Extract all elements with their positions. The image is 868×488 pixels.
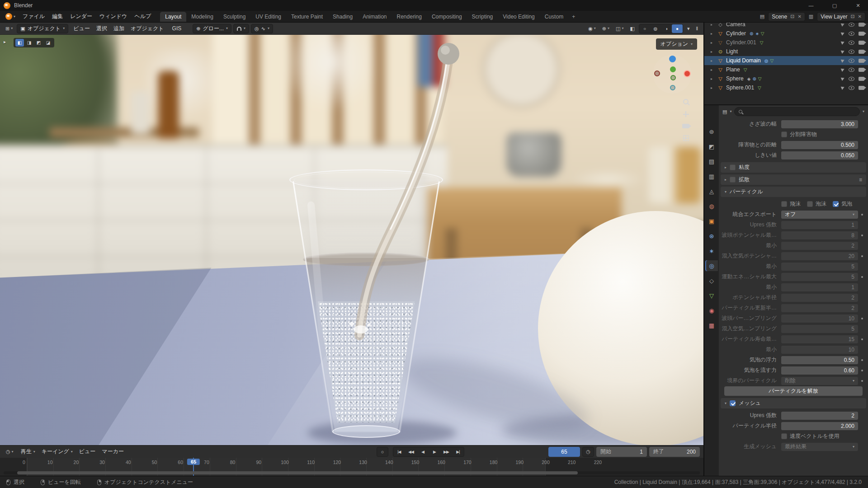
disclosure-triangle-icon[interactable]: ▸: [711, 59, 715, 63]
outliner-row[interactable]: ▸▽Liquid Domain◍▽: [704, 56, 868, 65]
shading-dropdown[interactable]: ▾: [685, 25, 692, 33]
workspace-tab[interactable]: Sculpting: [218, 12, 250, 22]
disclosure-triangle-icon[interactable]: ▸: [711, 50, 715, 54]
gis-menu[interactable]: GIS: [169, 24, 185, 33]
animate-property-dot[interactable]: [861, 380, 863, 382]
snap-controls[interactable]: ▾: [233, 24, 249, 33]
shading-material-preview[interactable]: ◑: [661, 24, 672, 33]
selectable-icon[interactable]: [841, 40, 845, 45]
view-layer-selector[interactable]: View Layer ⊡ ✕: [817, 12, 865, 21]
timeline-menu[interactable]: キーイング▾: [38, 446, 76, 457]
timeline-editor-type-button[interactable]: ◷ ▾: [4, 448, 16, 455]
mode-dropdown[interactable]: ▣ オブジェクト ▾: [17, 24, 68, 33]
selectable-icon[interactable]: [841, 85, 845, 90]
properties-tab-physics[interactable]: ◎: [705, 260, 718, 271]
workspace-tab[interactable]: Modeling: [186, 12, 218, 22]
viewport-menu[interactable]: ビュー: [70, 23, 93, 34]
workspace-tab[interactable]: Scripting: [467, 12, 498, 22]
animate-property-dot[interactable]: [861, 214, 863, 216]
dropdown-field[interactable]: オフ▾: [781, 211, 858, 219]
viewport-tool-icon[interactable]: ◪: [44, 39, 52, 47]
scrollbar-thumb[interactable]: [17, 471, 578, 474]
toolbar-expand-arrow[interactable]: ▸: [4, 39, 6, 44]
proportional-editing-controls[interactable]: ◎ ∿ ▾: [251, 24, 273, 33]
disable-in-renders-icon[interactable]: [859, 77, 864, 81]
workspace-tab[interactable]: Video Editing: [498, 12, 540, 22]
workspace-tab[interactable]: Shading: [328, 12, 358, 22]
properties-tab-object[interactable]: ▣: [705, 216, 718, 226]
workspace-tab[interactable]: UV Editing: [250, 12, 286, 22]
hide-in-viewport-icon[interactable]: [849, 50, 854, 54]
play-button[interactable]: ▶: [429, 447, 440, 456]
panel-checkbox[interactable]: [730, 400, 736, 406]
disable-in-renders-icon[interactable]: [859, 50, 864, 54]
disclosure-triangle-icon[interactable]: ▸: [711, 32, 715, 36]
checkbox[interactable]: [833, 201, 839, 207]
outliner[interactable]: ▸◇Camera▸▽Cylinder⊛∗▽▸▽Cylinder.001▽▸⊙Li…: [704, 23, 868, 105]
unlink-scene-icon[interactable]: ✕: [797, 14, 801, 19]
value-slider[interactable]: 15: [781, 335, 858, 343]
navigation-gizmo[interactable]: [653, 55, 692, 94]
selectable-icon[interactable]: [841, 23, 845, 27]
panel-checkbox[interactable]: [730, 177, 736, 183]
properties-tab-constraints[interactable]: ◇: [705, 275, 718, 286]
selectable-icon[interactable]: [841, 67, 845, 72]
value-slider[interactable]: 0.500: [781, 141, 858, 149]
selectable-icon[interactable]: [841, 49, 845, 54]
value-slider[interactable]: 8: [781, 231, 858, 239]
gizmos-toggle[interactable]: ⊕▾: [600, 25, 612, 33]
checkbox-item[interactable]: 泡沫: [807, 200, 826, 208]
value-slider[interactable]: 20: [781, 252, 858, 260]
value-slider[interactable]: 10: [781, 346, 858, 354]
timeline-ruler[interactable]: 65 0102030405060708090100110120130140150…: [0, 458, 703, 476]
panel-menu-icon[interactable]: ≡: [859, 177, 862, 183]
disable-in-renders-icon[interactable]: [859, 41, 864, 45]
blender-menu-button[interactable]: ▾: [3, 13, 18, 20]
axis-x-negative-icon[interactable]: [654, 70, 660, 76]
animate-property-dot[interactable]: [861, 338, 863, 340]
outliner-row[interactable]: ▸▽Sphere.001▽: [704, 83, 868, 92]
frame-end-field[interactable]: 終了 200: [649, 447, 700, 457]
value-slider[interactable]: 2: [781, 242, 858, 250]
play-reverse-button[interactable]: ◀: [417, 447, 429, 456]
timeline-menu[interactable]: 再生▾: [18, 446, 38, 457]
disable-in-renders-icon[interactable]: [859, 86, 864, 90]
dropdown-field[interactable]: 最終結果▾: [781, 443, 858, 451]
properties-tab-material[interactable]: ◉: [705, 305, 718, 316]
viewport-tool-icon[interactable]: ◧: [15, 39, 24, 47]
workspace-tab[interactable]: Layout: [160, 12, 186, 22]
zoom-icon[interactable]: [683, 99, 689, 104]
dropdown-field[interactable]: 削除▾: [781, 377, 858, 385]
move-view-icon[interactable]: [683, 111, 689, 117]
maximize-button[interactable]: ▢: [825, 0, 844, 11]
value-slider[interactable]: 1: [781, 283, 858, 291]
value-slider[interactable]: 2.000: [781, 422, 858, 430]
current-frame-field[interactable]: 65: [548, 447, 580, 457]
menu-item[interactable]: ヘルプ: [131, 11, 155, 22]
checkbox[interactable]: [807, 201, 813, 207]
checkbox-item[interactable]: 飛沫: [781, 200, 801, 208]
properties-tab-object-data[interactable]: ▽: [705, 290, 718, 301]
editor-type-button[interactable]: ⊞ ▾: [3, 25, 15, 33]
frame-start-field[interactable]: 開始 1: [596, 447, 647, 457]
overlays-toggle[interactable]: ◫▾: [613, 25, 626, 33]
workspace-tab[interactable]: Compositing: [427, 12, 467, 22]
next-keyframe-button[interactable]: ▶▶: [440, 447, 452, 456]
timeline-menu[interactable]: ビュー: [76, 446, 99, 457]
shading-rendered[interactable]: ●: [672, 24, 683, 33]
animate-property-dot[interactable]: [861, 276, 863, 278]
properties-tab-output[interactable]: ▤: [705, 156, 718, 167]
outliner-row[interactable]: ▸▽Cylinder.001▽: [704, 38, 868, 47]
properties-tab-particles[interactable]: ∗: [705, 245, 718, 256]
hide-in-viewport-icon[interactable]: [849, 68, 854, 72]
toggle-ortho-icon[interactable]: [683, 135, 689, 141]
new-scene-icon[interactable]: ⊡: [790, 14, 794, 19]
previous-keyframe-button[interactable]: ◀◀: [405, 447, 417, 456]
viewport-tool-icon[interactable]: ◨: [25, 39, 33, 47]
outliner-row[interactable]: ▸▽Sphere◈⊛▽: [704, 74, 868, 83]
disclosure-triangle-icon[interactable]: ▸: [711, 23, 715, 27]
menu-item[interactable]: 編集: [48, 11, 66, 22]
jump-to-start-button[interactable]: |◀: [393, 447, 405, 456]
animate-property-dot[interactable]: [861, 255, 863, 257]
value-slider[interactable]: 5: [781, 325, 858, 333]
